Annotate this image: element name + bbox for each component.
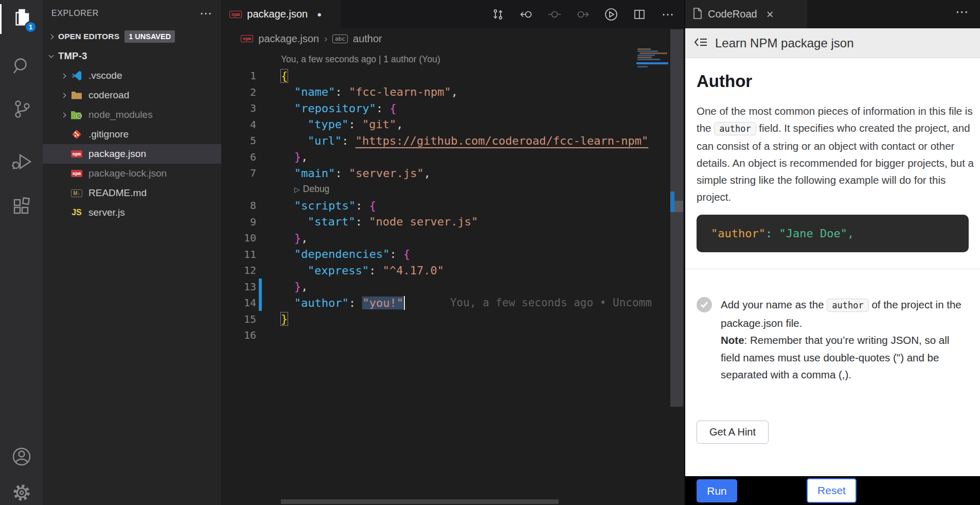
vscode-window: 1 xyxy=(0,0,980,505)
code-line-13[interactable]: 13}, xyxy=(221,278,684,295)
coderoad-tab-label: CodeRoad xyxy=(708,8,757,20)
code-line-10[interactable]: 10}, xyxy=(221,230,684,247)
line-number: 3 xyxy=(221,102,256,114)
source-control-icon xyxy=(11,99,32,121)
chevron-down-icon xyxy=(46,55,56,57)
run-debug-activity-button[interactable] xyxy=(0,147,43,179)
code-line-12[interactable]: 12"express": "^4.17.0" xyxy=(221,263,684,279)
js-icon: JS xyxy=(69,207,84,218)
file-tree: .vscodecoderoadJSnode_modules.gitignoren… xyxy=(43,66,221,222)
gutter-spacer xyxy=(259,198,262,214)
chevron-right-icon xyxy=(58,113,68,117)
file-label: package-lock.json xyxy=(88,168,167,179)
back-to-lessons-icon[interactable] xyxy=(693,36,708,51)
line-number: 16 xyxy=(221,329,256,341)
code-line-7[interactable]: 7"main": "server.js", xyxy=(221,165,684,182)
tree-item-package-json[interactable]: npmpackage.json xyxy=(43,144,221,164)
explorer-title: EXPLORER xyxy=(51,9,200,18)
run-button[interactable]: Run xyxy=(697,479,737,502)
breadcrumb-symbol[interactable]: author xyxy=(353,33,382,45)
play-icon: ▷ xyxy=(294,185,300,194)
editor-toolbar: ⋯ xyxy=(491,0,675,28)
task-check-icon xyxy=(697,297,712,312)
editor-more-actions-icon[interactable]: ⋯ xyxy=(661,7,675,22)
divider xyxy=(685,269,980,269)
search-icon xyxy=(11,56,32,79)
tree-item-node-modules[interactable]: JSnode_modules xyxy=(43,105,221,125)
panel-more-actions-icon[interactable]: ⋯ xyxy=(955,4,969,20)
extensions-activity-button[interactable] xyxy=(0,191,43,223)
explorer-more-actions-icon[interactable]: ⋯ xyxy=(200,11,212,16)
code-line-5[interactable]: 5"url": "https://github.com/coderoad/fcc… xyxy=(221,133,684,149)
text-cursor xyxy=(404,296,405,310)
settings-button[interactable] xyxy=(0,478,43,505)
tab-coderoad[interactable]: CodeRoad × xyxy=(685,0,807,28)
tab-label: package.json xyxy=(247,8,308,20)
extensions-icon xyxy=(11,196,32,219)
gutter-spacer xyxy=(259,230,262,247)
file-label: node_modules xyxy=(88,109,153,120)
code-editor[interactable]: You, a few seconds ago | 1 author (You)1… xyxy=(221,49,684,505)
gutter-spacer xyxy=(259,263,262,279)
breakpoint-circle-icon[interactable] xyxy=(547,7,562,22)
file-label: coderoad xyxy=(88,90,129,101)
code-line-6[interactable]: 6}, xyxy=(221,149,684,165)
tab-package-json[interactable]: npm package.json ● xyxy=(221,0,341,28)
code-line-2[interactable]: 2"name": "fcc-learn-npm", xyxy=(221,84,684,100)
tree-item-server-js[interactable]: JSserver.js xyxy=(43,203,221,222)
open-changes-icon[interactable] xyxy=(491,7,505,22)
navigate-forward-icon[interactable] xyxy=(576,7,590,22)
breadcrumb: npm package.json › abc author xyxy=(221,28,684,49)
run-file-icon[interactable] xyxy=(604,7,618,22)
account-button[interactable] xyxy=(0,442,43,474)
overview-modified-marker xyxy=(670,191,674,212)
workspace-root-folder[interactable]: TMP-3 xyxy=(43,46,221,66)
open-editors-section[interactable]: OPEN EDITORS 1 UNSAVED xyxy=(43,27,221,46)
gutter-spacer xyxy=(259,327,262,344)
code-line-4[interactable]: 4"type": "git", xyxy=(221,116,684,133)
code-line-9[interactable]: 9"start": "node server.js" xyxy=(221,214,684,230)
navigate-back-icon[interactable] xyxy=(519,7,533,22)
codelens[interactable]: You, a few seconds ago | 1 author (You) xyxy=(221,51,684,68)
modified-gutter-marker xyxy=(259,278,262,295)
run-debug-icon xyxy=(11,151,32,175)
npm-icon: npm xyxy=(69,168,84,179)
tree-item-package-lock-json[interactable]: npmpackage-lock.json xyxy=(43,164,221,183)
line-number: 11 xyxy=(221,248,256,260)
code-line-11[interactable]: 11"dependencies": { xyxy=(221,246,684,263)
file-label: README.md xyxy=(88,187,147,199)
npm-icon: npm xyxy=(69,148,84,160)
tree-item-readme-md[interactable]: M↓README.md xyxy=(43,183,221,203)
tutorial-header: Learn NPM package json xyxy=(685,28,980,58)
gutter-spacer xyxy=(259,68,262,84)
breadcrumb-file[interactable]: package.json xyxy=(258,33,319,45)
explorer-activity-button[interactable]: 1 xyxy=(0,3,43,35)
line-number: 7 xyxy=(221,167,256,179)
code-line-3[interactable]: 3"repository": { xyxy=(221,100,684,117)
codelens[interactable]: ▷Debug xyxy=(221,181,684,198)
search-activity-button[interactable] xyxy=(0,51,43,83)
code-line-15[interactable]: 15} xyxy=(221,311,684,327)
split-editor-icon[interactable] xyxy=(632,7,647,22)
close-icon[interactable]: × xyxy=(767,7,774,22)
tutorial-content: Author One of the most common pieces of … xyxy=(685,58,980,476)
tree-item-coderoad[interactable]: coderoad xyxy=(43,85,221,105)
horizontal-scrollbar[interactable] xyxy=(281,499,559,504)
code-line-16[interactable]: 16 xyxy=(221,327,684,344)
gutter-spacer xyxy=(259,246,262,263)
vertical-scrollbar[interactable] xyxy=(670,29,683,407)
source-control-activity-button[interactable] xyxy=(0,94,43,126)
get-hint-button[interactable]: Get A Hint xyxy=(697,421,769,444)
line-number: 10 xyxy=(221,232,256,244)
line-number: 14 xyxy=(221,297,256,309)
coderoad-tab-bar: CodeRoad × ⋯ xyxy=(685,0,980,28)
code-line-14[interactable]: 14"author": "you!"You, a few seconds ago… xyxy=(221,295,684,311)
gutter-spacer xyxy=(259,116,262,133)
code-line-8[interactable]: 8"scripts": { xyxy=(221,198,684,214)
minimap[interactable] xyxy=(636,48,668,71)
activity-bar: 1 xyxy=(0,0,43,505)
tree-item--gitignore[interactable]: .gitignore xyxy=(43,125,221,144)
code-line-1[interactable]: 1{ xyxy=(221,68,684,84)
reset-button[interactable]: Reset xyxy=(807,478,857,503)
tree-item--vscode[interactable]: .vscode xyxy=(43,66,221,85)
